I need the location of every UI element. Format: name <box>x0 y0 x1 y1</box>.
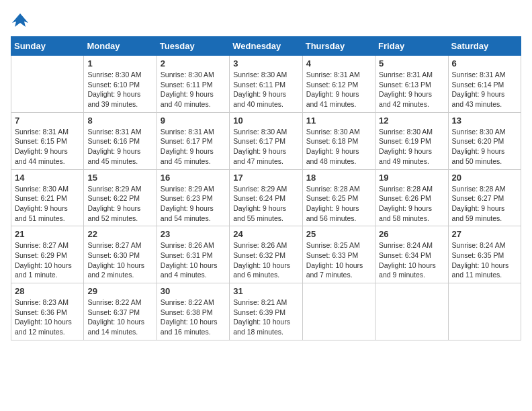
day-info: Sunrise: 8:31 AMSunset: 6:17 PMDaylight:… <box>161 127 226 167</box>
day-info: Sunrise: 8:23 AMSunset: 6:36 PMDaylight:… <box>15 298 80 337</box>
day-number: 6 <box>452 58 517 68</box>
day-info: Sunrise: 8:21 AMSunset: 6:39 PMDaylight:… <box>233 298 298 337</box>
calendar-cell: 20Sunrise: 8:28 AMSunset: 6:27 PMDayligh… <box>448 169 521 226</box>
day-number: 22 <box>87 229 152 239</box>
day-info: Sunrise: 8:28 AMSunset: 6:25 PMDaylight:… <box>306 184 371 224</box>
calendar-cell: 2Sunrise: 8:30 AMSunset: 6:11 PMDaylight… <box>157 56 229 113</box>
day-info: Sunrise: 8:27 AMSunset: 6:30 PMDaylight:… <box>87 240 152 280</box>
calendar-header-row: SundayMondayTuesdayWednesdayThursdayFrid… <box>11 37 521 56</box>
calendar-cell: 7Sunrise: 8:31 AMSunset: 6:15 PMDaylight… <box>11 112 84 169</box>
calendar-cell: 6Sunrise: 8:31 AMSunset: 6:14 PMDaylight… <box>448 56 521 113</box>
calendar-week-row: 1Sunrise: 8:30 AMSunset: 6:10 PMDaylight… <box>11 56 521 113</box>
calendar-cell: 18Sunrise: 8:28 AMSunset: 6:25 PMDayligh… <box>302 169 375 226</box>
calendar-week-row: 21Sunrise: 8:27 AMSunset: 6:29 PMDayligh… <box>11 226 521 283</box>
day-info: Sunrise: 8:24 AMSunset: 6:34 PMDaylight:… <box>379 240 444 280</box>
column-header-thursday: Thursday <box>302 37 375 56</box>
calendar-cell: 23Sunrise: 8:26 AMSunset: 6:31 PMDayligh… <box>157 226 229 283</box>
day-number: 17 <box>233 173 298 183</box>
calendar-cell: 17Sunrise: 8:29 AMSunset: 6:24 PMDayligh… <box>230 169 302 226</box>
day-number: 2 <box>161 58 226 68</box>
calendar-week-row: 14Sunrise: 8:30 AMSunset: 6:21 PMDayligh… <box>11 169 521 226</box>
day-number: 8 <box>87 116 152 126</box>
day-info: Sunrise: 8:30 AMSunset: 6:10 PMDaylight:… <box>87 70 152 109</box>
day-info: Sunrise: 8:31 AMSunset: 6:16 PMDaylight:… <box>87 127 152 167</box>
day-number: 3 <box>233 58 298 68</box>
calendar-cell: 12Sunrise: 8:30 AMSunset: 6:19 PMDayligh… <box>375 112 448 169</box>
svg-marker-0 <box>12 13 28 27</box>
day-info: Sunrise: 8:28 AMSunset: 6:26 PMDaylight:… <box>379 184 444 224</box>
column-header-sunday: Sunday <box>11 37 84 56</box>
day-info: Sunrise: 8:31 AMSunset: 6:14 PMDaylight:… <box>452 70 517 109</box>
day-number: 27 <box>452 229 517 239</box>
column-header-wednesday: Wednesday <box>230 37 302 56</box>
calendar-cell: 26Sunrise: 8:24 AMSunset: 6:34 PMDayligh… <box>375 226 448 283</box>
calendar-cell <box>375 283 448 340</box>
calendar-cell: 11Sunrise: 8:30 AMSunset: 6:18 PMDayligh… <box>302 112 375 169</box>
day-number: 12 <box>379 116 444 126</box>
day-number: 23 <box>161 229 226 239</box>
calendar-cell: 30Sunrise: 8:22 AMSunset: 6:38 PMDayligh… <box>157 283 229 340</box>
day-info: Sunrise: 8:31 AMSunset: 6:13 PMDaylight:… <box>379 70 444 109</box>
day-info: Sunrise: 8:27 AMSunset: 6:29 PMDaylight:… <box>15 240 80 280</box>
column-header-monday: Monday <box>84 37 157 56</box>
day-number: 21 <box>15 229 80 239</box>
day-info: Sunrise: 8:24 AMSunset: 6:35 PMDaylight:… <box>452 240 517 280</box>
day-number: 28 <box>15 286 80 296</box>
calendar-cell: 28Sunrise: 8:23 AMSunset: 6:36 PMDayligh… <box>11 283 84 340</box>
day-number: 20 <box>452 173 517 183</box>
day-number: 26 <box>379 229 444 239</box>
day-number: 18 <box>306 173 371 183</box>
calendar-cell: 9Sunrise: 8:31 AMSunset: 6:17 PMDaylight… <box>157 112 229 169</box>
day-number: 4 <box>306 58 371 68</box>
day-info: Sunrise: 8:30 AMSunset: 6:11 PMDaylight:… <box>233 70 298 109</box>
day-info: Sunrise: 8:22 AMSunset: 6:37 PMDaylight:… <box>87 298 152 337</box>
day-info: Sunrise: 8:30 AMSunset: 6:21 PMDaylight:… <box>15 184 80 224</box>
calendar-cell: 8Sunrise: 8:31 AMSunset: 6:16 PMDaylight… <box>84 112 157 169</box>
calendar-cell: 19Sunrise: 8:28 AMSunset: 6:26 PMDayligh… <box>375 169 448 226</box>
day-number: 9 <box>161 116 226 126</box>
day-number: 15 <box>87 173 152 183</box>
day-info: Sunrise: 8:26 AMSunset: 6:32 PMDaylight:… <box>233 240 298 280</box>
calendar-cell: 27Sunrise: 8:24 AMSunset: 6:35 PMDayligh… <box>448 226 521 283</box>
calendar-cell: 15Sunrise: 8:29 AMSunset: 6:22 PMDayligh… <box>84 169 157 226</box>
calendar-cell: 24Sunrise: 8:26 AMSunset: 6:32 PMDayligh… <box>230 226 302 283</box>
day-number: 7 <box>15 116 80 126</box>
calendar-cell <box>448 283 521 340</box>
calendar-cell: 31Sunrise: 8:21 AMSunset: 6:39 PMDayligh… <box>230 283 302 340</box>
column-header-tuesday: Tuesday <box>157 37 229 56</box>
day-number: 11 <box>306 116 371 126</box>
calendar-cell: 29Sunrise: 8:22 AMSunset: 6:37 PMDayligh… <box>84 283 157 340</box>
calendar-cell: 22Sunrise: 8:27 AMSunset: 6:30 PMDayligh… <box>84 226 157 283</box>
calendar-week-row: 7Sunrise: 8:31 AMSunset: 6:15 PMDaylight… <box>11 112 521 169</box>
day-info: Sunrise: 8:22 AMSunset: 6:38 PMDaylight:… <box>161 298 226 337</box>
calendar-cell: 14Sunrise: 8:30 AMSunset: 6:21 PMDayligh… <box>11 169 84 226</box>
calendar-cell: 5Sunrise: 8:31 AMSunset: 6:13 PMDaylight… <box>375 56 448 113</box>
calendar-table: SundayMondayTuesdayWednesdayThursdayFrid… <box>11 36 521 340</box>
day-number: 24 <box>233 229 298 239</box>
day-info: Sunrise: 8:29 AMSunset: 6:23 PMDaylight:… <box>161 184 226 224</box>
calendar-cell: 4Sunrise: 8:31 AMSunset: 6:12 PMDaylight… <box>302 56 375 113</box>
calendar-cell: 10Sunrise: 8:30 AMSunset: 6:17 PMDayligh… <box>230 112 302 169</box>
day-number: 5 <box>379 58 444 68</box>
calendar-cell: 21Sunrise: 8:27 AMSunset: 6:29 PMDayligh… <box>11 226 84 283</box>
calendar-cell: 1Sunrise: 8:30 AMSunset: 6:10 PMDaylight… <box>84 56 157 113</box>
day-info: Sunrise: 8:30 AMSunset: 6:19 PMDaylight:… <box>379 127 444 167</box>
calendar-cell <box>11 56 84 113</box>
day-info: Sunrise: 8:31 AMSunset: 6:15 PMDaylight:… <box>15 127 80 167</box>
day-number: 13 <box>452 116 517 126</box>
day-info: Sunrise: 8:30 AMSunset: 6:17 PMDaylight:… <box>233 127 298 167</box>
calendar-cell <box>302 283 375 340</box>
day-info: Sunrise: 8:30 AMSunset: 6:20 PMDaylight:… <box>452 127 517 167</box>
day-number: 30 <box>161 286 226 296</box>
day-info: Sunrise: 8:25 AMSunset: 6:33 PMDaylight:… <box>306 240 371 280</box>
day-number: 25 <box>306 229 371 239</box>
calendar-cell: 3Sunrise: 8:30 AMSunset: 6:11 PMDaylight… <box>230 56 302 113</box>
day-number: 14 <box>15 173 80 183</box>
calendar-cell: 13Sunrise: 8:30 AMSunset: 6:20 PMDayligh… <box>448 112 521 169</box>
calendar-cell: 25Sunrise: 8:25 AMSunset: 6:33 PMDayligh… <box>302 226 375 283</box>
day-number: 19 <box>379 173 444 183</box>
logo-bird-icon <box>11 11 30 30</box>
day-info: Sunrise: 8:30 AMSunset: 6:18 PMDaylight:… <box>306 127 371 167</box>
day-number: 29 <box>87 286 152 296</box>
column-header-friday: Friday <box>375 37 448 56</box>
